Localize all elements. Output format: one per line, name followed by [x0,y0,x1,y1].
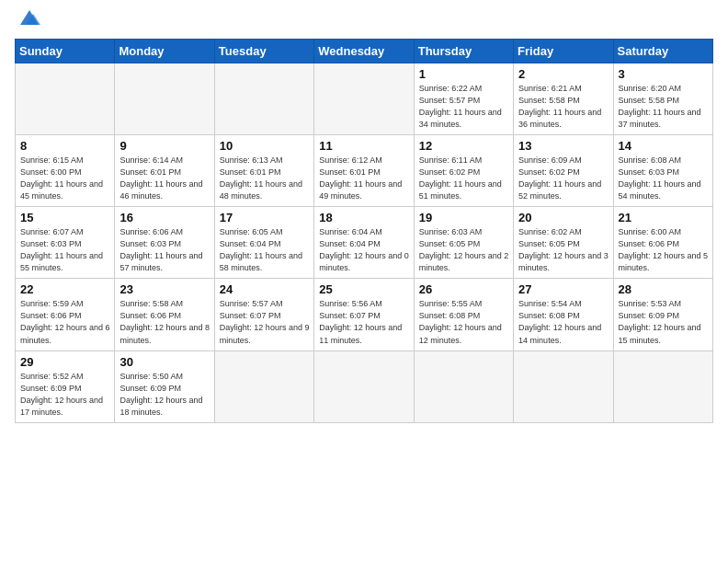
calendar-header-wednesday: Wednesday [314,39,414,63]
day-number: 18 [319,211,409,224]
calendar-cell [314,63,414,134]
day-info: Sunrise: 6:20 AMSunset: 5:58 PMDaylight:… [619,84,701,129]
day-number: 3 [619,67,709,81]
calendar-cell: 29 Sunrise: 5:52 AMSunset: 6:09 PMDaylig… [16,350,115,422]
day-number: 28 [619,282,709,296]
day-info: Sunrise: 6:15 AMSunset: 6:00 PMDaylight:… [20,155,103,201]
calendar-cell: 22 Sunrise: 5:59 AMSunset: 6:06 PMDaylig… [16,279,115,350]
calendar-header-friday: Friday [514,39,613,63]
calendar-cell: 21 Sunrise: 6:00 AMSunset: 6:06 PMDaylig… [613,207,712,279]
calendar-week-1: 1 Sunrise: 6:22 AMSunset: 5:57 PMDayligh… [16,63,713,134]
calendar-week-5: 29 Sunrise: 5:52 AMSunset: 6:09 PMDaylig… [16,350,713,422]
calendar-cell: 2 Sunrise: 6:21 AMSunset: 5:58 PMDayligh… [514,63,613,134]
calendar-cell [613,350,712,422]
day-number: 16 [119,211,210,224]
day-info: Sunrise: 5:59 AMSunset: 6:06 PMDaylight:… [20,299,110,344]
day-info: Sunrise: 6:12 AMSunset: 6:01 PMDaylight:… [319,155,402,201]
day-number: 25 [319,282,409,296]
calendar-cell: 20 Sunrise: 6:02 AMSunset: 6:05 PMDaylig… [514,207,613,279]
header [15,9,713,31]
day-number: 22 [20,282,110,296]
calendar-cell: 24 Sunrise: 5:57 AMSunset: 6:07 PMDaylig… [214,279,313,350]
calendar-header-sunday: Sunday [16,39,115,63]
calendar-cell: 18 Sunrise: 6:04 AMSunset: 6:04 PMDaylig… [314,207,414,279]
calendar-header-thursday: Thursday [414,39,513,63]
day-info: Sunrise: 6:03 AMSunset: 6:05 PMDaylight:… [419,227,509,272]
calendar-header-monday: Monday [115,39,214,63]
calendar-cell: 13 Sunrise: 6:09 AMSunset: 6:02 PMDaylig… [514,134,613,206]
logo-icon [17,8,42,29]
day-number: 1 [419,67,509,81]
calendar-cell: 30 Sunrise: 5:50 AMSunset: 6:09 PMDaylig… [115,350,214,422]
page: SundayMondayTuesdayWednesdayThursdayFrid… [0,0,728,563]
day-info: Sunrise: 6:22 AMSunset: 5:57 PMDaylight:… [419,84,502,129]
day-number: 29 [20,355,110,369]
day-info: Sunrise: 5:54 AMSunset: 6:08 PMDaylight:… [518,299,601,344]
calendar-table: SundayMondayTuesdayWednesdayThursdayFrid… [15,39,713,423]
calendar-cell: 9 Sunrise: 6:14 AMSunset: 6:01 PMDayligh… [115,134,214,206]
calendar-week-2: 8 Sunrise: 6:15 AMSunset: 6:00 PMDayligh… [16,134,713,206]
day-number: 30 [119,355,210,369]
day-info: Sunrise: 5:57 AMSunset: 6:07 PMDaylight:… [220,299,310,344]
day-info: Sunrise: 6:14 AMSunset: 6:01 PMDaylight:… [119,155,202,201]
calendar-cell: 1 Sunrise: 6:22 AMSunset: 5:57 PMDayligh… [414,63,513,134]
calendar-cell: 16 Sunrise: 6:06 AMSunset: 6:03 PMDaylig… [115,207,214,279]
day-info: Sunrise: 6:07 AMSunset: 6:03 PMDaylight:… [20,227,103,272]
day-number: 13 [518,139,609,153]
calendar-cell [514,350,613,422]
day-number: 27 [518,282,609,296]
calendar-cell [314,350,414,422]
calendar-week-3: 15 Sunrise: 6:07 AMSunset: 6:03 PMDaylig… [16,207,713,279]
day-info: Sunrise: 5:52 AMSunset: 6:09 PMDaylight:… [20,372,103,417]
day-number: 26 [419,282,509,296]
day-info: Sunrise: 6:04 AMSunset: 6:04 PMDaylight:… [319,227,409,272]
calendar-cell: 10 Sunrise: 6:13 AMSunset: 6:01 PMDaylig… [214,134,313,206]
calendar-cell: 17 Sunrise: 6:05 AMSunset: 6:04 PMDaylig… [214,207,313,279]
day-number: 10 [220,139,310,153]
day-number: 11 [319,139,409,153]
day-info: Sunrise: 6:02 AMSunset: 6:05 PMDaylight:… [518,227,609,272]
calendar-cell: 3 Sunrise: 6:20 AMSunset: 5:58 PMDayligh… [613,63,712,134]
calendar-cell: 19 Sunrise: 6:03 AMSunset: 6:05 PMDaylig… [414,207,513,279]
calendar-header-row: SundayMondayTuesdayWednesdayThursdayFrid… [16,39,713,63]
day-number: 17 [220,211,310,224]
calendar-cell: 27 Sunrise: 5:54 AMSunset: 6:08 PMDaylig… [514,279,613,350]
day-number: 2 [518,67,609,81]
day-info: Sunrise: 6:08 AMSunset: 6:03 PMDaylight:… [619,155,701,201]
calendar-cell: 14 Sunrise: 6:08 AMSunset: 6:03 PMDaylig… [613,134,712,206]
calendar-cell [414,350,513,422]
day-number: 12 [419,139,509,153]
day-info: Sunrise: 5:55 AMSunset: 6:08 PMDaylight:… [419,299,502,344]
calendar-cell [214,350,313,422]
calendar-cell: 11 Sunrise: 6:12 AMSunset: 6:01 PMDaylig… [314,134,414,206]
day-info: Sunrise: 6:00 AMSunset: 6:06 PMDaylight:… [619,227,709,272]
day-info: Sunrise: 6:05 AMSunset: 6:04 PMDaylight:… [220,227,302,272]
calendar-cell [115,63,214,134]
day-info: Sunrise: 6:06 AMSunset: 6:03 PMDaylight:… [119,227,202,272]
day-number: 21 [619,211,709,224]
day-number: 24 [220,282,310,296]
calendar-cell: 15 Sunrise: 6:07 AMSunset: 6:03 PMDaylig… [16,207,115,279]
calendar-cell: 26 Sunrise: 5:55 AMSunset: 6:08 PMDaylig… [414,279,513,350]
day-number: 19 [419,211,509,224]
calendar-cell: 8 Sunrise: 6:15 AMSunset: 6:00 PMDayligh… [16,134,115,206]
day-number: 9 [119,139,210,153]
calendar-week-4: 22 Sunrise: 5:59 AMSunset: 6:06 PMDaylig… [16,279,713,350]
calendar-cell: 25 Sunrise: 5:56 AMSunset: 6:07 PMDaylig… [314,279,414,350]
day-number: 8 [20,139,110,153]
day-info: Sunrise: 5:50 AMSunset: 6:09 PMDaylight:… [119,372,202,417]
day-info: Sunrise: 5:56 AMSunset: 6:07 PMDaylight:… [319,299,402,344]
day-number: 14 [619,139,709,153]
calendar-cell: 12 Sunrise: 6:11 AMSunset: 6:02 PMDaylig… [414,134,513,206]
calendar-header-saturday: Saturday [613,39,712,63]
day-info: Sunrise: 6:11 AMSunset: 6:02 PMDaylight:… [419,155,502,201]
day-info: Sunrise: 6:21 AMSunset: 5:58 PMDaylight:… [518,84,601,129]
calendar-cell: 23 Sunrise: 5:58 AMSunset: 6:06 PMDaylig… [115,279,214,350]
day-info: Sunrise: 5:58 AMSunset: 6:06 PMDaylight:… [119,299,210,344]
logo [15,9,42,31]
day-info: Sunrise: 5:53 AMSunset: 6:09 PMDaylight:… [619,299,701,344]
calendar-header-tuesday: Tuesday [214,39,313,63]
day-info: Sunrise: 6:13 AMSunset: 6:01 PMDaylight:… [220,155,302,201]
calendar-cell: 28 Sunrise: 5:53 AMSunset: 6:09 PMDaylig… [613,279,712,350]
calendar-cell [16,63,115,134]
